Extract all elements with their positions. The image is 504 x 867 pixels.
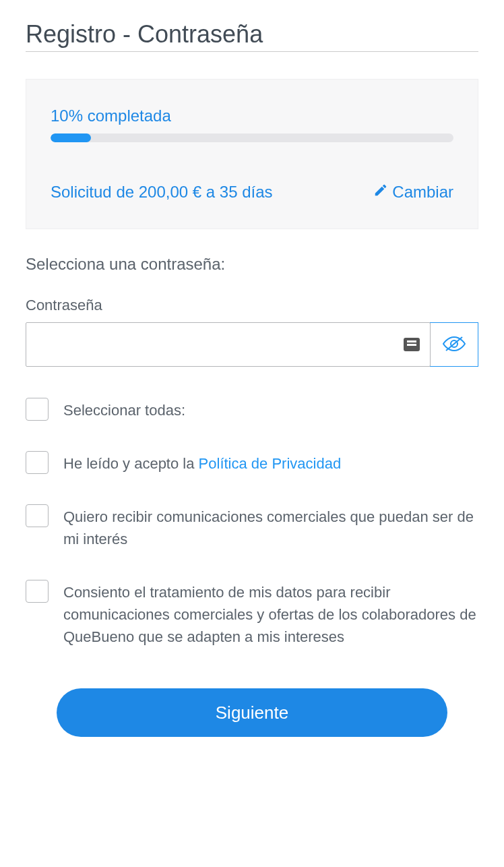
partners-consent-label: Consiento el tratamiento de mis datos pa… [63,580,478,648]
progress-fill [51,133,91,142]
change-button[interactable]: Cambiar [373,183,453,202]
privacy-policy-checkbox[interactable] [26,451,49,474]
loan-summary-text: Solicitud de 200,00 € a 35 días [51,183,273,202]
progress-bar [51,133,453,142]
page-title: Registro - Contraseña [26,20,478,52]
partners-consent-checkbox[interactable] [26,580,49,603]
keyboard-icon [404,338,420,351]
change-label: Cambiar [392,183,453,202]
select-all-label: Seleccionar todas: [63,398,185,421]
progress-label: 10% completada [51,107,453,125]
password-label: Contraseña [26,297,478,314]
next-button[interactable]: Siguiente [57,688,447,737]
privacy-pre-text: He leído y acepto la [63,455,199,472]
select-all-checkbox[interactable] [26,398,49,421]
pencil-icon [373,183,388,202]
privacy-policy-label: He leído y acepto la Política de Privaci… [63,451,341,475]
marketing-consent-label: Quiero recibir comunicaciones comerciale… [63,504,478,550]
summary-box: 10% completada Solicitud de 200,00 € a 3… [26,79,478,229]
section-heading: Selecciona una contraseña: [26,255,478,274]
toggle-password-visibility-button[interactable] [430,322,478,367]
privacy-policy-link[interactable]: Política de Privacidad [199,455,342,472]
password-input[interactable] [26,322,431,367]
eye-off-icon [442,334,466,355]
marketing-consent-checkbox[interactable] [26,504,49,527]
